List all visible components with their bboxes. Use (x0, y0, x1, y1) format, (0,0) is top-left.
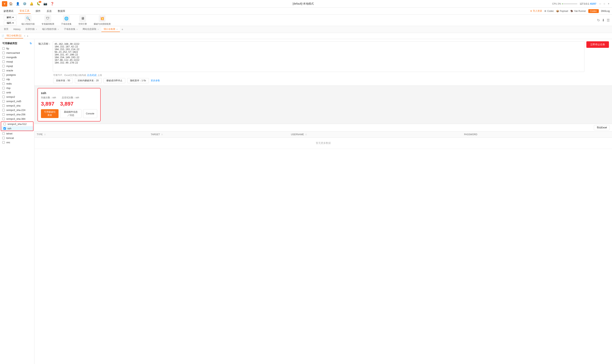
concurrent-btn[interactable]: 目标并发：50 (53, 78, 73, 83)
tab-port-scan-close[interactable]: × (58, 28, 59, 30)
checkbox-tomcat[interactable] (2, 137, 5, 139)
payload-menu-btn[interactable]: 📦 Payload (556, 10, 568, 13)
sub-tab-close[interactable]: × (24, 35, 25, 37)
maximize-btn[interactable]: □ (603, 2, 606, 5)
sidebar-item-postgres[interactable]: postgres (0, 73, 34, 77)
target-filter-icon[interactable]: ▽ (161, 133, 163, 136)
target-textarea[interactable] (53, 41, 585, 72)
sidebar-item-smb[interactable]: smb (0, 90, 34, 95)
codec-btn[interactable]: Codec (588, 9, 599, 13)
menu-security[interactable]: 安全工具 (18, 8, 31, 14)
checkbox-ssh[interactable] (3, 127, 6, 130)
tab-subdomain-close[interactable]: × (77, 28, 78, 30)
sub-tab-weak-1[interactable]: 弱口令检测-[1] (5, 33, 23, 39)
checkbox-mysql[interactable] (2, 65, 5, 67)
username-filter-icon[interactable]: ▽ (305, 133, 307, 136)
tab-dir-scan-close[interactable]: × (36, 28, 37, 30)
sidebar-item-snmpv3_sha-224[interactable]: snmpv3_sha-224 (0, 108, 34, 112)
checkbox-ftp[interactable] (2, 47, 5, 50)
export-excel-btn[interactable]: 导出Excel (594, 125, 610, 130)
home-icon[interactable]: 🏠 (9, 2, 13, 6)
refresh-icon[interactable]: ↻ (597, 18, 600, 22)
checkbox-snmpv3_sha-224[interactable] (2, 109, 5, 111)
menu-plugin[interactable]: 插件 (34, 9, 42, 13)
tool-space-engine[interactable]: 🖥 空间引擎 (77, 14, 89, 26)
checkbox-smb[interactable] (2, 91, 5, 94)
tab-web-info-close[interactable]: × (98, 28, 99, 30)
checkbox-snmpv3_sha-512[interactable] (3, 123, 6, 125)
tool-brute-force[interactable]: 💥 爆破与未授权检测 (92, 14, 113, 26)
more-params-link[interactable]: 更多参数 (151, 79, 160, 82)
sidebar-item-snmpv3_sha-256[interactable]: snmpv3_sha-256 (0, 112, 34, 117)
bell-icon[interactable]: 🔔 (29, 2, 34, 6)
codec-menu-btn[interactable]: ⚙ Codec (544, 10, 554, 13)
sidebar-item-tomcat[interactable]: tomcat (0, 136, 34, 140)
checkbox-snmpv3_sha-256[interactable] (2, 113, 5, 116)
sidebar-item-mssql[interactable]: mssql (0, 60, 34, 64)
checkbox-mssql[interactable] (2, 60, 5, 63)
tab-add-btn[interactable]: + (120, 28, 124, 31)
tab-history[interactable]: History (11, 27, 23, 32)
minimize-btn[interactable]: — (599, 2, 602, 5)
ssh-console-btn[interactable]: Console (83, 109, 97, 118)
stop-task-btn[interactable]: 立即停止任务 (586, 41, 609, 48)
menu-reverse[interactable]: 反连 (46, 9, 53, 13)
sidebar-item-snmpv3_sha-512[interactable]: snmpv3_sha-512 (1, 122, 33, 126)
tab-dir-scan[interactable]: 目录扫描× (23, 27, 39, 32)
settings-icon[interactable]: ⚙️ (23, 2, 27, 6)
sidebar-item-redis[interactable]: redis (0, 81, 34, 86)
sidebar-item-snmpv2[interactable]: snmpv2 (0, 95, 34, 99)
checkbox-mongodb[interactable] (2, 56, 5, 59)
sidebar-item-oracle[interactable]: oracle (0, 68, 34, 73)
tool-port-scan[interactable]: 🔍 端口/指纹扫描 (20, 14, 37, 26)
tab-home[interactable]: 首页 (1, 27, 11, 32)
sidebar-item-vnc[interactable]: vnc (0, 140, 34, 145)
random-pause-btn[interactable]: 随机暂停：1-5s (127, 78, 149, 83)
type-filter-icon[interactable]: ▽ (44, 133, 46, 136)
checkbox-redis[interactable] (2, 82, 5, 85)
tool-subdomain[interactable]: 🌐 子域名收集 (59, 14, 73, 26)
checkbox-oracle[interactable] (2, 69, 5, 72)
close-btn[interactable]: ✕ (607, 2, 610, 5)
sidebar-item-snmpv3_sha-384[interactable]: snmpv3_sha-384 (0, 117, 34, 121)
download-icon[interactable]: ⬇ (602, 18, 605, 22)
sidebar-item-mysql[interactable]: mysql (0, 64, 34, 68)
checkbox-memcached[interactable] (2, 52, 5, 54)
stop-on-success-btn[interactable]: 爆破成功即停止 (104, 78, 125, 83)
encode-btn[interactable]: 编码 ▾ (4, 21, 16, 26)
menu-pentest[interactable]: 渗透测试 (2, 9, 14, 13)
ssh-results-btn[interactable]: 可用爆破结果表 (41, 109, 59, 118)
ssh-plugin-btn[interactable]: 基础插件信息／日志 (60, 109, 81, 118)
decode-btn[interactable]: 解码 ▾ (4, 15, 16, 20)
camera-icon[interactable]: 📷 (43, 2, 47, 6)
dnslog-btn[interactable]: DNSLog (601, 10, 610, 13)
sidebar-item-ftp[interactable]: ftp (0, 46, 34, 51)
tool-vuln-detect[interactable]: 🛡 专项漏洞检测 (39, 14, 56, 26)
checkbox-rtsp[interactable] (2, 87, 5, 89)
tab-port-scan[interactable]: 端口/指纹扫描× (40, 27, 61, 32)
checkbox-vnc[interactable] (2, 141, 5, 144)
sidebar-item-rtsp[interactable]: rtsp (0, 86, 34, 90)
tab-web-info[interactable]: 网站信息获取× (80, 27, 101, 32)
sidebar-item-mongodb[interactable]: mongodb (0, 55, 34, 60)
sidebar-item-snmpv3_sha[interactable]: snmpv3_sha (0, 104, 34, 108)
help-icon[interactable]: ❓ (50, 2, 54, 6)
checkbox-snmpv2[interactable] (2, 96, 5, 98)
sidebar-item-telnet[interactable]: telnet (0, 131, 34, 136)
tab-weak-pass[interactable]: 弱口令检测× (101, 27, 120, 32)
checkbox-snmpv3_sha[interactable] (2, 104, 5, 107)
sidebar-item-memcached[interactable]: memcached (0, 51, 34, 55)
hint-link[interactable]: 点击此处 (87, 74, 97, 77)
menu-database[interactable]: 数据库 (57, 9, 66, 13)
checkbox-snmpv3_md5[interactable] (2, 100, 5, 103)
sidebar-refresh-icon[interactable]: ↻ (30, 42, 32, 45)
checkbox-telnet[interactable] (2, 132, 5, 135)
inner-concurrent-btn[interactable]: 目标内爆破并发：20 (75, 78, 101, 83)
checkbox-snmpv3_sha-384[interactable] (2, 118, 5, 120)
sub-tab-add[interactable]: + (26, 34, 29, 38)
tab-subdomain[interactable]: 子域名收集× (62, 27, 80, 32)
sidebar-item-rdp[interactable]: rdp (0, 77, 34, 81)
checkbox-postgres[interactable] (2, 74, 5, 76)
import-resources-btn[interactable]: ⬆ 导入资源 (530, 9, 542, 13)
user-icon[interactable]: 👤 (16, 2, 20, 6)
